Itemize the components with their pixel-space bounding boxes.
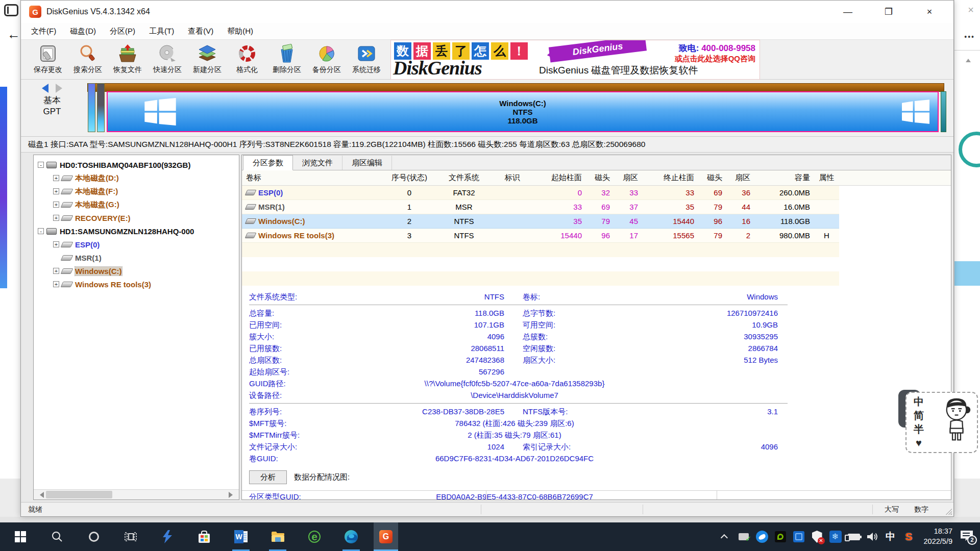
- tree-expander[interactable]: -: [38, 162, 44, 168]
- tree-item[interactable]: + 本地磁盘(F:): [34, 185, 239, 198]
- start-button[interactable]: [8, 522, 33, 551]
- menu-item[interactable]: 分区(P): [110, 27, 135, 36]
- scrollbar-thumb[interactable]: [46, 491, 112, 498]
- ime-mode-char[interactable]: 简: [914, 409, 924, 422]
- recover-files-button[interactable]: 恢复文件: [108, 41, 148, 78]
- column-header[interactable]: 属性: [814, 173, 839, 183]
- tree-expander[interactable]: +: [53, 175, 59, 181]
- column-header[interactable]: 终止柱面: [642, 173, 698, 183]
- ime-mode-char[interactable]: 中: [914, 395, 924, 409]
- menu-item[interactable]: 文件(F): [31, 27, 56, 36]
- windows-c-partition-block[interactable]: Windows(C:) NTFS 118.0GB: [107, 91, 939, 132]
- tree-expander[interactable]: +: [53, 188, 59, 194]
- tree-item[interactable]: + Windows RE tools(3): [34, 278, 239, 291]
- menu-item[interactable]: 磁盘(D): [70, 27, 96, 36]
- word-button[interactable]: W: [229, 522, 253, 551]
- volume-icon[interactable]: [866, 529, 879, 544]
- dingtalk-icon[interactable]: [755, 529, 769, 544]
- tab[interactable]: 扇区编辑: [342, 156, 392, 170]
- partition-row[interactable]: Windows RE tools(3) 3 NTFS 15440 96: [242, 229, 839, 243]
- snowflake-icon[interactable]: ❄: [829, 529, 842, 544]
- resize-grip[interactable]: [945, 508, 952, 515]
- close-button[interactable]: ×: [923, 7, 936, 17]
- ime-mode-char[interactable]: ♥: [916, 436, 922, 450]
- scroll-right-icon[interactable]: [229, 492, 236, 498]
- search-partition-button[interactable]: 搜索分区: [68, 41, 108, 78]
- tree-item[interactable]: - HD0:TOSHIBAMQ04ABF100(932GB): [34, 158, 239, 171]
- file-explorer-button[interactable]: [265, 522, 290, 551]
- column-header[interactable]: 卷标: [242, 173, 383, 183]
- tree-expander[interactable]: -: [38, 228, 44, 234]
- internet-explorer-button[interactable]: e: [302, 522, 327, 551]
- delete-partition-button[interactable]: 删除分区: [267, 41, 307, 78]
- quick-partition-button[interactable]: 快速分区: [148, 41, 187, 78]
- tree-item[interactable]: + 本地磁盘(D:): [34, 171, 239, 185]
- tree-item[interactable]: + 本地磁盘(G:): [34, 198, 239, 211]
- tray-expand-icon[interactable]: [719, 529, 732, 544]
- prev-disk-arrow[interactable]: [37, 84, 48, 93]
- menu-item[interactable]: 帮助(H): [227, 27, 253, 36]
- msr-partition-block[interactable]: [97, 83, 105, 132]
- ad-phone: 致电: 400-008-9958: [679, 42, 755, 54]
- tree-item[interactable]: + RECOVERY(E:): [34, 211, 239, 224]
- scroll-left-icon[interactable]: [37, 492, 44, 498]
- column-header[interactable]: 标识: [492, 173, 533, 183]
- tree-expander[interactable]: +: [53, 202, 59, 208]
- next-disk-arrow[interactable]: [56, 84, 67, 93]
- column-header[interactable]: 磁头: [698, 173, 726, 183]
- analyze-button[interactable]: 分析: [249, 470, 287, 484]
- column-header[interactable]: 扇区: [614, 173, 642, 183]
- ad-qq-link[interactable]: 或点击此处选择QQ咨询: [675, 54, 755, 64]
- esp-partition-block[interactable]: [88, 83, 95, 132]
- power-icon[interactable]: [847, 529, 861, 544]
- minimize-button[interactable]: —: [841, 7, 854, 17]
- nvidia-icon[interactable]: [774, 529, 787, 544]
- printer-icon[interactable]: [737, 529, 750, 544]
- tree-item[interactable]: MSR(1): [34, 251, 239, 264]
- tree-item[interactable]: + ESP(0): [34, 238, 239, 251]
- taskbar-clock[interactable]: 18:37 2022/5/9: [924, 527, 952, 546]
- column-header[interactable]: 容量: [754, 173, 814, 183]
- column-header[interactable]: 序号(状态): [383, 173, 436, 183]
- new-partition-button[interactable]: 新建分区: [187, 41, 227, 78]
- system-migration-button[interactable]: 系统迁移: [347, 41, 386, 78]
- task-view-button[interactable]: [118, 522, 143, 551]
- tree-item[interactable]: + Windows(C:): [34, 264, 239, 278]
- format-button[interactable]: 格式化: [227, 41, 267, 78]
- column-header[interactable]: 扇区: [726, 173, 754, 183]
- tree-expander[interactable]: +: [53, 268, 59, 274]
- tree-item[interactable]: - HD1:SAMSUNGMZNLN128HAHQ-000: [34, 224, 239, 238]
- menu-item[interactable]: 工具(T): [149, 27, 174, 36]
- cortana-button[interactable]: [82, 522, 106, 551]
- flash-app-button[interactable]: [155, 522, 180, 551]
- column-header[interactable]: 起始柱面: [533, 173, 586, 183]
- menu-item[interactable]: 查看(V): [188, 27, 213, 36]
- re-tools-partition-block[interactable]: [941, 91, 946, 132]
- maximize-button[interactable]: ❐: [882, 6, 895, 17]
- partition-row[interactable]: MSR(1) 1 MSR 33 69 37: [242, 200, 839, 214]
- tab[interactable]: 分区参数: [243, 155, 293, 170]
- edge-button[interactable]: [339, 522, 363, 551]
- notification-center-button[interactable]: 2: [961, 531, 975, 543]
- ime-mode-char[interactable]: 半: [914, 422, 924, 436]
- intel-graphics-icon[interactable]: [792, 529, 805, 544]
- security-shield-icon[interactable]: ✕: [811, 529, 824, 544]
- diskgenius-taskbar-button[interactable]: G: [374, 522, 398, 551]
- tree-expander[interactable]: +: [53, 281, 59, 287]
- microsoft-store-button[interactable]: [192, 522, 216, 551]
- partition-row[interactable]: ESP(0) 0 FAT32 0 32 33: [242, 186, 839, 200]
- backup-partition-button[interactable]: 备份分区: [307, 41, 347, 78]
- tree-expander[interactable]: +: [53, 241, 59, 247]
- partition-row[interactable]: Windows(C:) 2 NTFS 35 79: [242, 214, 839, 229]
- save-changes-button[interactable]: 保存更改: [28, 41, 68, 78]
- sogou-ime-widget[interactable]: 中 简 半 ♥: [905, 392, 978, 453]
- sogou-icon[interactable]: S: [902, 529, 916, 544]
- tree-horizontal-scrollbar[interactable]: [34, 489, 239, 499]
- ime-language-icon[interactable]: 中: [884, 529, 897, 544]
- column-header[interactable]: 文件系统: [436, 173, 492, 183]
- ad-banner[interactable]: 数 据 丢 了 怎 么 ！ DiskGenius D: [390, 40, 760, 80]
- tree-expander[interactable]: +: [53, 215, 59, 221]
- tab[interactable]: 浏览文件: [293, 156, 342, 170]
- column-header[interactable]: 磁头: [586, 173, 614, 183]
- search-button[interactable]: [45, 522, 69, 551]
